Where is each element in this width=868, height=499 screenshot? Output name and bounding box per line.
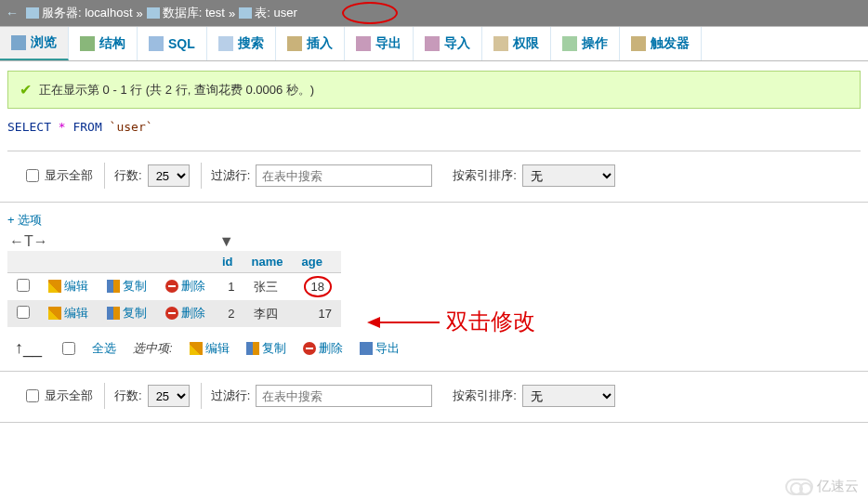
tab-export[interactable]: 导出 [345, 27, 414, 60]
tab-operations[interactable]: 操作 [551, 27, 620, 60]
structure-icon [80, 36, 95, 51]
show-all-label: 显示全部 [45, 167, 93, 184]
crumb-database[interactable]: 数据库: test [163, 5, 225, 21]
copy-label: 复制 [123, 278, 147, 295]
edit-label: 编辑 [64, 278, 88, 295]
copy-label: 复制 [123, 305, 147, 322]
row-delete[interactable]: 删除 [165, 278, 205, 295]
highlighted-value: 18 [304, 276, 332, 297]
check-icon: ✔ [20, 81, 32, 98]
results-table: id name age 编辑 复制 删除 1 张三 18 编辑 复制 删除 2 … [7, 251, 341, 327]
pencil-icon [48, 307, 61, 320]
table-row: 编辑 复制 删除 2 李四 17 [7, 300, 341, 327]
crumb-sep: » [137, 7, 143, 20]
col-name[interactable]: name [244, 251, 295, 273]
tab-import[interactable]: 导入 [414, 27, 482, 60]
edit-label: 编辑 [64, 305, 88, 322]
cell-age[interactable]: 17 [295, 300, 341, 327]
col-id[interactable]: id [215, 251, 244, 273]
tab-label: 操作 [582, 35, 608, 52]
watermark-text: 亿速云 [817, 478, 859, 495]
sort-label: 按索引排序: [453, 167, 517, 184]
batch-copy[interactable]: 复制 [246, 340, 286, 357]
tab-label: 浏览 [31, 34, 57, 51]
row-checkbox[interactable] [17, 279, 30, 292]
crumb-server[interactable]: 服务器: localhost [42, 5, 133, 21]
tab-triggers[interactable]: 触发器 [620, 27, 702, 60]
filter-input[interactable] [256, 164, 432, 187]
row-edit[interactable]: 编辑 [48, 278, 88, 295]
sql-query-display: SELECT * FROM `user` [7, 114, 861, 151]
row-delete[interactable]: 删除 [165, 305, 205, 322]
crumb-sep: » [229, 7, 235, 20]
tab-label: 插入 [307, 35, 333, 52]
copy-icon [107, 280, 120, 293]
batch-edit[interactable]: 编辑 [190, 340, 230, 357]
tab-label: SQL [168, 36, 195, 51]
row-checkbox[interactable] [17, 306, 30, 319]
tab-sql[interactable]: SQL [138, 27, 207, 60]
sql-star: * [59, 120, 66, 134]
row-copy[interactable]: 复制 [107, 278, 147, 295]
column-controls: ←T→ ▼ [0, 232, 868, 251]
tab-browse[interactable]: 浏览 [0, 27, 69, 60]
export-icon [356, 36, 371, 51]
delete-label: 删除 [319, 340, 343, 357]
status-message: ✔ 正在显示第 0 - 1 行 (共 2 行, 查询花费 0.0006 秒。) [7, 71, 861, 109]
search-icon [218, 36, 233, 51]
tab-structure[interactable]: 结构 [69, 27, 138, 60]
tab-insert[interactable]: 插入 [276, 27, 345, 60]
watermark-icon [785, 479, 813, 495]
tab-label: 结构 [99, 35, 125, 52]
select-all-link[interactable]: 全选 [92, 340, 116, 357]
triggers-icon [631, 36, 646, 51]
sql-keyword: SELECT [7, 120, 51, 134]
cell-name[interactable]: 张三 [244, 273, 295, 301]
sort-select[interactable]: 无 [522, 164, 615, 187]
delete-label: 删除 [181, 305, 205, 322]
pagination-toolbar-bottom: 显示全部 行数: 25 过滤行: 按索引排序: 无 [0, 372, 868, 423]
batch-delete[interactable]: 删除 [303, 340, 343, 357]
cell-id[interactable]: 2 [215, 300, 244, 327]
cell-age[interactable]: 18 [295, 273, 341, 301]
rows-select[interactable]: 25 [148, 164, 190, 187]
rows-label: 行数: [114, 167, 142, 184]
import-icon [425, 36, 440, 51]
row-edit[interactable]: 编辑 [48, 305, 88, 322]
move-left-icon[interactable]: ←T→ [9, 233, 48, 250]
sort-select[interactable]: 无 [522, 385, 615, 407]
cell-id[interactable]: 1 [215, 273, 244, 301]
watermark: 亿速云 [785, 478, 859, 495]
show-all-checkbox[interactable] [26, 389, 39, 402]
sql-table: `user` [110, 120, 153, 134]
delete-label: 删除 [181, 278, 205, 295]
tab-label: 触发器 [651, 35, 690, 52]
tab-strip: 浏览 结构 SQL 搜索 插入 导出 导入 权限 操作 触发器 [0, 26, 868, 61]
insert-icon [287, 36, 302, 51]
sort-label: 按索引排序: [453, 387, 517, 404]
delete-icon [165, 280, 178, 293]
copy-icon [107, 307, 120, 320]
table-row: 编辑 复制 删除 1 张三 18 [7, 273, 341, 301]
row-copy[interactable]: 复制 [107, 305, 147, 322]
selected-items-label: 选中项: [133, 340, 173, 357]
batch-export[interactable]: 导出 [360, 340, 400, 357]
tab-privileges[interactable]: 权限 [482, 27, 551, 60]
filter-input[interactable] [256, 385, 432, 407]
rows-label: 行数: [114, 387, 142, 404]
copy-label: 复制 [262, 340, 286, 357]
privileges-icon [493, 36, 508, 51]
filter-label: 过滤行: [211, 387, 251, 404]
tab-search[interactable]: 搜索 [207, 27, 276, 60]
sort-dropdown-icon[interactable]: ▼ [219, 233, 234, 250]
show-all-checkbox[interactable] [26, 169, 39, 182]
copy-icon [246, 342, 259, 355]
crumb-table[interactable]: 表: user [255, 5, 297, 21]
col-age[interactable]: age [295, 251, 341, 273]
back-arrow-icon[interactable]: ← [6, 6, 19, 20]
select-all-checkbox[interactable] [62, 342, 75, 355]
options-toggle[interactable]: + 选项 [0, 203, 49, 232]
rows-select[interactable]: 25 [148, 385, 190, 407]
tab-label: 导入 [444, 35, 470, 52]
cell-name[interactable]: 李四 [244, 300, 295, 327]
